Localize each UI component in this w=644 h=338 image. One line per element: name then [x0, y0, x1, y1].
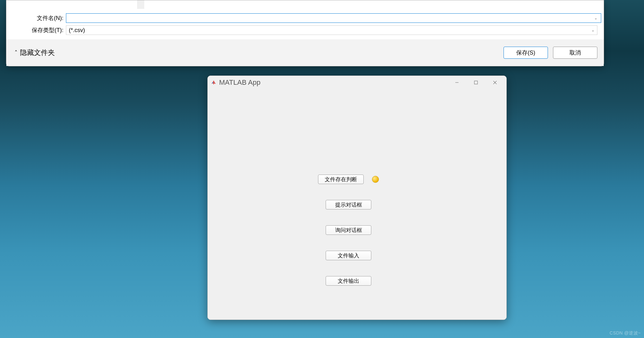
- minimize-button[interactable]: [447, 76, 466, 89]
- chevron-down-icon: ⌄: [591, 28, 595, 32]
- save-dialog-footer: ˄ 隐藏文件夹 保存(S) 取消: [6, 39, 604, 66]
- status-lamp: [372, 176, 379, 183]
- file-exist-button[interactable]: 文件存在判断: [318, 175, 364, 184]
- filename-input[interactable]: [66, 13, 601, 23]
- save-button[interactable]: 保存(S): [504, 47, 548, 59]
- app-body: 文件存在判断 提示对话框 询问对话框 文件输入 文件输出: [208, 89, 506, 320]
- filetype-combobox[interactable]: (*.csv) ⌄: [66, 25, 597, 35]
- file-list-scrollbar[interactable]: [137, 0, 144, 9]
- matlab-app-window: MATLAB App 文件存在判断 提示对话框 询问对话框 文件输入 文件输出: [207, 76, 507, 320]
- filetype-value: (*.csv): [69, 27, 85, 34]
- file-output-button[interactable]: 文件输出: [326, 276, 371, 286]
- filename-label: 文件名(N):: [6, 14, 66, 22]
- hide-folders-label: 隐藏文件夹: [20, 48, 55, 57]
- window-title: MATLAB App: [219, 78, 260, 87]
- file-exist-row: 文件存在判断: [318, 175, 379, 184]
- title-left: MATLAB App: [211, 78, 260, 87]
- save-file-dialog: 文件名(N): ⌄ 保存类型(T): (*.csv) ⌄ ˄ 隐藏文件夹 保存(…: [6, 0, 604, 66]
- alert-dialog-button[interactable]: 提示对话框: [326, 200, 371, 209]
- dialog-button-row: 保存(S) 取消: [504, 47, 597, 59]
- window-controls: [447, 76, 504, 89]
- cancel-button[interactable]: 取消: [553, 47, 597, 59]
- filetype-label: 保存类型(T):: [6, 26, 66, 34]
- hide-folders-toggle[interactable]: ˄ 隐藏文件夹: [15, 48, 55, 57]
- file-list-area: [6, 0, 604, 9]
- titlebar: MATLAB App: [208, 76, 506, 89]
- button-stack: 文件存在判断 提示对话框 询问对话框 文件输入 文件输出: [318, 175, 379, 286]
- filetype-row: 保存类型(T): (*.csv) ⌄: [6, 25, 597, 35]
- close-button[interactable]: [485, 76, 504, 89]
- file-input-button[interactable]: 文件输入: [326, 251, 371, 260]
- save-fields: 文件名(N): ⌄ 保存类型(T): (*.csv) ⌄: [6, 9, 604, 39]
- caret-up-icon: ˄: [15, 49, 17, 56]
- matlab-icon: [211, 80, 217, 85]
- filename-row: 文件名(N): ⌄: [6, 13, 597, 23]
- ask-dialog-button[interactable]: 询问对话框: [326, 225, 371, 235]
- svg-rect-1: [474, 81, 478, 84]
- watermark: CSDN @逆波~: [610, 330, 641, 336]
- maximize-button[interactable]: [466, 76, 485, 89]
